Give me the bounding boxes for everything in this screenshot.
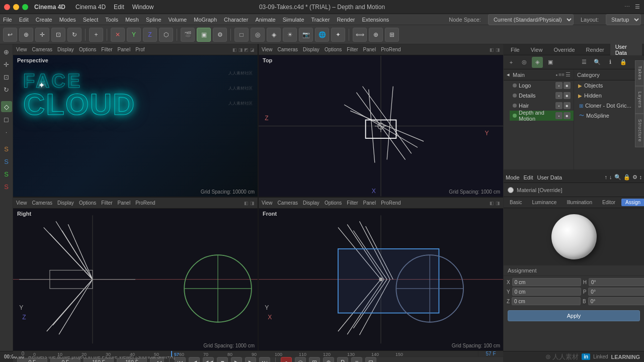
node-space-select[interactable]: Current (Standard/Physical) [488, 14, 574, 25]
tool-render-view[interactable]: 🎬 [181, 28, 195, 42]
tree-eye-details[interactable]: • [555, 92, 562, 99]
rpanel-add-icon[interactable]: + [506, 57, 517, 68]
vp-options[interactable]: Options [79, 47, 96, 52]
btn-extras[interactable]: ≡ [351, 357, 362, 362]
tree-item-depth[interactable]: Depth and Motion • ■ [510, 111, 574, 121]
rpanel-tab-file[interactable]: File [506, 46, 525, 54]
tool-y[interactable]: Y [127, 28, 141, 42]
tree-item-hair[interactable]: Hair • ■ [510, 101, 574, 111]
btn-goto-start[interactable]: ⏮ [175, 357, 186, 362]
y-input[interactable] [512, 288, 581, 296]
side-tab-structure[interactable]: Structure [635, 114, 644, 148]
settings2-icon[interactable]: ⚙ [632, 174, 637, 180]
sidebar-icon-1[interactable]: ⊕ [1, 46, 12, 57]
vp-prorender[interactable]: Prof [135, 47, 144, 52]
sidebar-icon-point[interactable]: · [1, 126, 12, 137]
tree-lock-hair[interactable]: ■ [564, 102, 571, 109]
vp-top-options[interactable]: Options [325, 47, 342, 52]
menu-mesh[interactable]: Mesh [125, 17, 139, 23]
vp-front-display[interactable]: Display [303, 200, 319, 206]
vp-filter[interactable]: Filter [101, 47, 112, 52]
vp-top-cameras[interactable]: Cameras [278, 47, 298, 52]
mat-tab-basic[interactable]: Basic [506, 199, 526, 206]
sidebar-icon-3[interactable]: ⊡ [1, 71, 12, 82]
cat-objects[interactable]: ▶ Objects [574, 80, 644, 90]
menu-tracker[interactable]: Tracker [311, 17, 330, 23]
tool-add[interactable]: + [89, 28, 103, 42]
vp-cameras[interactable]: Cameras [32, 47, 53, 52]
btn-play-back[interactable]: ◀◀ [203, 357, 214, 362]
vp-top-view[interactable]: View [262, 47, 273, 52]
vp-right-cameras[interactable]: Cameras [32, 200, 53, 206]
obj-mospline[interactable]: 〜 MoSpline [574, 111, 644, 121]
btn-playback[interactable]: P [337, 357, 348, 362]
btn-ik[interactable]: ⊕ [323, 357, 334, 362]
rpanel-info-icon[interactable]: ℹ [605, 57, 616, 68]
vp-right-display[interactable]: Display [57, 200, 74, 206]
rpanel-tab-override[interactable]: Override [548, 46, 580, 54]
tool-fx[interactable]: ✦ [331, 28, 345, 42]
menu-animate[interactable]: Animate [255, 17, 275, 23]
timeline-playhead[interactable] [171, 351, 172, 356]
tool-xref[interactable]: ⟺ [353, 28, 367, 42]
layout-select[interactable]: Startup [606, 14, 641, 25]
vp-view[interactable]: View [16, 47, 27, 52]
tool-z[interactable]: Z [143, 28, 157, 42]
mat-tab-assign[interactable]: Assign [621, 199, 644, 206]
btn-motion-path[interactable]: ⊞ [309, 357, 320, 362]
maximize-button[interactable] [22, 4, 28, 10]
vp-top-panel[interactable]: Panel [363, 47, 376, 52]
perspective-content[interactable]: FACE CLOUD ✦ 人人素材社区 人人素材社区 人人素材社区 [13, 55, 258, 197]
rpanel-tab-render[interactable]: Render [581, 46, 609, 54]
tool-sym[interactable]: ⊕ [369, 28, 383, 42]
top-menu-window[interactable]: Window [132, 4, 154, 11]
tool-select[interactable]: ⊕ [19, 28, 33, 42]
tree-eye-hair[interactable]: • [555, 102, 562, 109]
top-menu-cinema[interactable]: Cinema 4D [75, 4, 106, 11]
viewport-right[interactable]: View Cameras Display Options Filter Pane… [13, 198, 258, 350]
obj-cloner[interactable]: ⊞ Cloner - Dot Gric... [574, 101, 644, 111]
vp-top-prorender[interactable]: ProRend [381, 47, 400, 52]
h-input[interactable] [589, 278, 644, 286]
top-menu-edit[interactable]: Edit [114, 4, 124, 11]
tree-lock-depth[interactable]: ■ [564, 112, 571, 119]
menu-create[interactable]: Create [36, 17, 52, 23]
vp-top-display[interactable]: Display [303, 47, 319, 52]
tree-item-logo[interactable]: Logo • ■ [510, 80, 574, 90]
menu-extensions[interactable]: Extensions [362, 17, 389, 23]
btn-record[interactable]: ● [281, 357, 292, 362]
side-tab-layers[interactable]: Layers [635, 86, 644, 114]
vp-panel[interactable]: Panel [118, 47, 131, 52]
tool-nurbs[interactable]: ◎ [251, 28, 265, 42]
sidebar-icon-s3[interactable]: S [1, 168, 12, 179]
rpanel-tab-userdata[interactable]: User Data [610, 43, 642, 57]
vp-right-filter[interactable]: Filter [101, 200, 112, 206]
tool-rotate[interactable]: ↻ [67, 28, 82, 42]
tool-scene[interactable]: 🌐 [315, 28, 329, 42]
rpanel-tab-view[interactable]: View [526, 46, 548, 54]
vp-right-options[interactable]: Options [79, 200, 96, 206]
vp-front-cameras[interactable]: Cameras [278, 200, 298, 206]
sidebar-icon-polygon[interactable]: ◇ [1, 101, 12, 112]
tool-move[interactable]: ✛ [35, 28, 49, 42]
vp-top-filter[interactable]: Filter [347, 47, 358, 52]
vp-display[interactable]: Display [57, 47, 74, 52]
rpanel-search-icon[interactable]: 🔍 [592, 57, 603, 68]
lock2-icon[interactable]: 🔒 [623, 174, 630, 180]
tree-lock-logo[interactable]: ■ [564, 82, 571, 89]
arrow-down-icon[interactable]: ↓ [609, 174, 612, 180]
mat-tab-editor[interactable]: Editor [598, 199, 619, 206]
edit-tab[interactable]: Edit [524, 174, 533, 180]
tool-scale[interactable]: ⊡ [51, 28, 65, 42]
btn-stop[interactable]: ■ [217, 357, 228, 362]
vp-front-view[interactable]: View [262, 200, 273, 206]
btn-more[interactable]: ⊡ [365, 357, 376, 362]
menu-mograph[interactable]: MoGraph [194, 17, 217, 23]
p-input[interactable] [588, 288, 644, 296]
rpanel-sphere-icon[interactable]: ◎ [519, 57, 530, 68]
tool-undo[interactable]: ↩ [3, 28, 17, 42]
btn-goto-end[interactable]: ⏭ [259, 357, 270, 362]
menu-render[interactable]: Render [337, 17, 355, 23]
menu-tools[interactable]: Tools [105, 17, 118, 23]
viewport-top[interactable]: View Cameras Display Options Filter Pane… [259, 44, 503, 197]
